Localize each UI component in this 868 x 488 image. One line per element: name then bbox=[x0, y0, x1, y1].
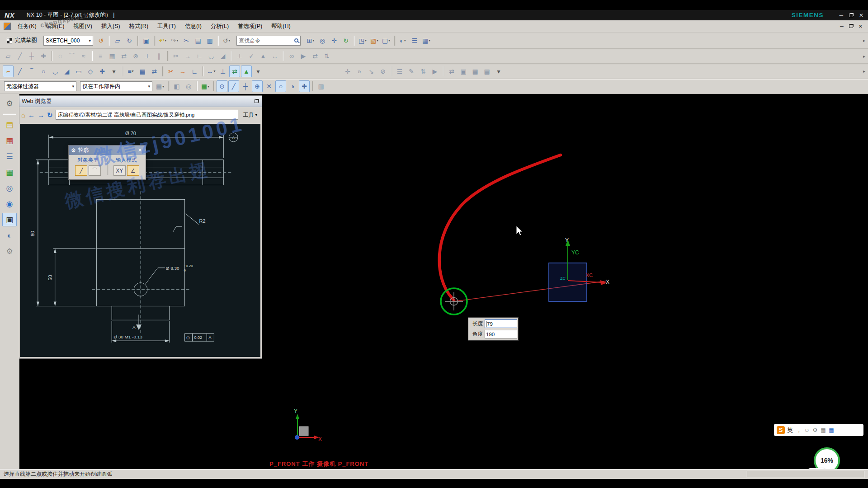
browser-titlebar[interactable]: Web 浏览器 bbox=[19, 96, 262, 107]
sketch-properties-icon[interactable]: ▣ bbox=[458, 66, 469, 77]
snap-quadrant-icon[interactable]: ◑ bbox=[287, 80, 298, 92]
menu-task[interactable]: 任务(K) bbox=[14, 21, 41, 32]
command-search-input[interactable] bbox=[239, 38, 293, 44]
continuous-auto-dimension-icon[interactable]: ⇄ bbox=[229, 66, 240, 77]
constraint-navigator-icon[interactable]: ▦ bbox=[2, 134, 17, 147]
selection-scope-combo[interactable]: 仅在工作部件内 ▾ bbox=[80, 81, 152, 91]
refresh-icon[interactable]: ↻ bbox=[47, 112, 53, 118]
dialog-titlebar[interactable]: ⚙ 轮廓 ✕ bbox=[69, 145, 146, 155]
convert-reference-icon[interactable]: ⇄ bbox=[310, 50, 321, 62]
snap-arc-center-icon[interactable]: ○ bbox=[275, 80, 286, 92]
profile-icon[interactable]: ⌐ bbox=[3, 66, 14, 77]
paste-icon[interactable]: ▥ bbox=[204, 35, 215, 47]
ime-keyboard-icon[interactable]: ▦ bbox=[820, 426, 827, 434]
update-model-icon[interactable]: ↻ bbox=[124, 35, 135, 47]
point-icon[interactable]: ✚ bbox=[97, 66, 108, 77]
point-icon[interactable]: ✚ bbox=[38, 50, 49, 62]
derived-lines-icon[interactable]: ∥ bbox=[154, 50, 165, 62]
doc-close-button[interactable]: ✕ bbox=[859, 23, 863, 29]
minimize-button[interactable]: ─ bbox=[839, 12, 843, 19]
doc-minimize-button[interactable]: ─ bbox=[840, 23, 844, 29]
offset-move-curve-icon[interactable]: » bbox=[354, 66, 365, 77]
expand-icon[interactable]: ▾ bbox=[493, 66, 504, 77]
reuse-library-icon[interactable]: ▦ bbox=[2, 165, 17, 179]
grid-snap-icon[interactable]: ▥ bbox=[316, 80, 326, 92]
snap-midpoint-icon[interactable]: ┼ bbox=[240, 80, 251, 92]
snap-enable-icon[interactable]: ⊙ bbox=[217, 80, 227, 92]
copy-icon[interactable]: ▤ bbox=[193, 35, 203, 47]
offset-curve-icon[interactable]: ≡▾ bbox=[125, 66, 136, 77]
project-curve-icon[interactable]: ⊥ bbox=[142, 50, 153, 62]
integrated-browser-icon[interactable]: ▣ bbox=[2, 213, 17, 226]
chamfer-icon[interactable]: ◢ bbox=[61, 66, 72, 77]
ime-skin-icon[interactable]: ▦ bbox=[828, 426, 835, 434]
sketch-name-combo[interactable]: SKETCH_000 ▾ bbox=[43, 36, 93, 46]
xy-input-button[interactable]: XY bbox=[113, 165, 126, 176]
zoom-fit-icon[interactable]: ⊞▾ bbox=[305, 35, 316, 47]
length-input[interactable]: 79 bbox=[485, 319, 517, 328]
shaded-with-edges-icon[interactable]: ▧▾ bbox=[369, 35, 380, 47]
restore-button[interactable] bbox=[849, 12, 853, 19]
polar-input-button[interactable]: ∠ bbox=[127, 165, 139, 176]
snap-control-point-icon[interactable]: ⊕ bbox=[252, 80, 263, 92]
arc-icon[interactable]: ⌒ bbox=[26, 66, 37, 77]
snap-endpoint-icon[interactable]: ╱ bbox=[228, 80, 239, 92]
arc-mode-button[interactable]: ⌒ bbox=[89, 165, 101, 176]
toolbar2-overflow-icon[interactable]: ▸ bbox=[863, 54, 868, 59]
menu-edit[interactable]: 编辑(E) bbox=[42, 21, 69, 32]
quick-trim-icon[interactable]: ✂ bbox=[165, 66, 176, 77]
datum-plane-icon[interactable]: ▱ bbox=[3, 50, 14, 62]
alternate-solution-icon[interactable]: ⇅ bbox=[418, 66, 429, 77]
repeat-command-icon[interactable]: ↺▾ bbox=[221, 35, 232, 47]
quick-extend-icon[interactable]: → bbox=[177, 66, 188, 77]
display-constraints-icon[interactable]: ▲ bbox=[258, 50, 269, 62]
line-icon[interactable]: ╱ bbox=[14, 66, 25, 77]
menu-preferences[interactable]: 首选项(P) bbox=[234, 21, 266, 32]
line-mode-button[interactable]: ╱ bbox=[75, 165, 87, 176]
pattern-curve-icon[interactable]: ▦ bbox=[137, 66, 148, 77]
display-sketch-constraints-icon[interactable]: ▲ bbox=[241, 66, 252, 77]
zoom-in-out-icon[interactable]: ◎ bbox=[317, 35, 328, 47]
grid-icon[interactable]: ▦ bbox=[470, 66, 481, 77]
mirror-curve-icon[interactable]: ⇄ bbox=[118, 50, 129, 62]
home-icon[interactable]: ⌂ bbox=[21, 112, 25, 118]
convert-to-reference-icon[interactable]: ⇄ bbox=[446, 66, 457, 77]
make-corner-icon[interactable]: ∟ bbox=[194, 50, 205, 62]
snap-point-options-icon[interactable]: ▦▾ bbox=[200, 80, 211, 92]
selection-filter-combo[interactable]: 无选择过滤器 ▾ bbox=[4, 81, 76, 91]
dialog-close-button[interactable]: ✕ bbox=[137, 147, 143, 153]
undo-icon[interactable]: ↶▾ bbox=[157, 35, 168, 47]
datum-axis-icon[interactable]: ╱ bbox=[14, 50, 25, 62]
rectangle-icon[interactable]: ▭ bbox=[73, 66, 84, 77]
menu-format[interactable]: 格式(R) bbox=[125, 21, 152, 32]
menu-help[interactable]: 帮助(H) bbox=[267, 21, 294, 32]
cut-icon[interactable]: ✂ bbox=[181, 35, 192, 47]
sogou-logo-icon[interactable]: S bbox=[777, 426, 785, 434]
ime-language-toggle[interactable]: 英 bbox=[787, 426, 793, 434]
fillet-icon[interactable]: ◡ bbox=[206, 50, 217, 62]
general-filter-icon[interactable]: ▤▾ bbox=[155, 80, 165, 92]
mirror-curve-icon[interactable]: ⇄ bbox=[149, 66, 160, 77]
constraint-options-icon[interactable]: ▾ bbox=[253, 66, 264, 77]
conic-icon[interactable]: ⌒ bbox=[66, 50, 77, 62]
menu-analysis[interactable]: 分析(L) bbox=[207, 21, 233, 32]
finish-sketch-button[interactable]: 完成草图 bbox=[3, 35, 41, 47]
snap-intersection-icon[interactable]: ✕ bbox=[264, 80, 274, 92]
edit-defining-section-icon[interactable]: ✎ bbox=[406, 66, 417, 77]
alternate-solution-icon[interactable]: ⇅ bbox=[321, 50, 332, 62]
quick-trim-icon[interactable]: ✂ bbox=[170, 50, 181, 62]
ime-comma-icon[interactable]: ， bbox=[795, 426, 802, 434]
pan-icon[interactable]: ✛ bbox=[329, 35, 340, 47]
circle-icon[interactable]: ○ bbox=[38, 66, 49, 77]
task-environment-icon[interactable] bbox=[4, 23, 11, 30]
move-curve-icon[interactable]: ✛ bbox=[342, 66, 353, 77]
rotate-view-icon[interactable]: ↻ bbox=[340, 35, 351, 47]
view-orientation-icon[interactable]: ▢▾ bbox=[381, 35, 392, 47]
assembly-navigator-icon[interactable]: ▤ bbox=[2, 118, 17, 131]
chamfer-icon[interactable]: ◢ bbox=[217, 50, 228, 62]
command-finder[interactable] bbox=[236, 36, 301, 46]
ime-emoji-icon[interactable]: ☺ bbox=[803, 426, 811, 434]
part-navigator-icon[interactable]: ☰ bbox=[2, 150, 17, 163]
fillet-icon[interactable]: ◡ bbox=[50, 66, 61, 77]
window-icon[interactable]: ▦▾ bbox=[421, 35, 432, 47]
